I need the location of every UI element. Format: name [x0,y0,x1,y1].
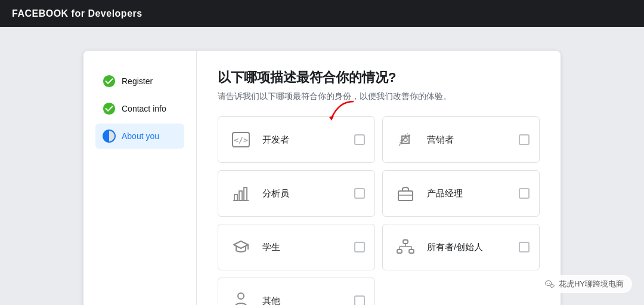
sidebar: Register Contact info About you [83,51,197,305]
product-manager-icon [392,180,419,207]
checkbox-analyst[interactable] [354,188,365,199]
form-title: 以下哪项描述最符合你的情况? [218,69,540,87]
svg-point-25 [552,285,552,286]
svg-rect-16 [409,249,414,253]
brand-normal: for Developers [69,8,143,19]
main-content: Register Contact info About you 以下哪项描述最符… [0,27,644,305]
sidebar-label-register: Register [122,76,153,86]
option-label-marketer: 营销者 [427,134,510,146]
sidebar-item-contact-info[interactable]: Contact info [95,96,184,121]
option-label-pm: 产品经理 [427,188,510,199]
svg-rect-14 [403,240,408,244]
form-area: 以下哪项描述最符合你的情况? 请告诉我们以下哪项最符合你的身份，以便我们改善你的… [197,51,561,305]
header: FACEBOOK for Developers [0,0,644,27]
check-icon-contact [103,102,116,115]
svg-point-22 [545,281,552,285]
option-product-manager[interactable]: 产品经理 [382,170,540,217]
svg-point-5 [404,138,407,141]
svg-point-26 [553,285,553,286]
svg-point-0 [103,75,115,87]
option-label-owner: 所有者/创始人 [427,242,510,253]
owner-icon [392,234,419,260]
student-icon [228,234,254,260]
option-analyst[interactable]: 分析员 [218,170,375,217]
svg-rect-6 [234,195,237,201]
svg-rect-15 [397,249,402,253]
option-developer[interactable]: </> 开发者 [218,116,375,163]
checkbox-student[interactable] [354,242,365,252]
wechat-icon [544,279,555,289]
svg-point-21 [238,293,244,299]
option-label-developer: 开发者 [262,134,346,146]
half-circle-icon [103,130,116,143]
brand-bold: FACEBOOK [12,8,69,19]
checkbox-pm[interactable] [519,188,530,199]
svg-point-23 [547,283,548,284]
svg-rect-7 [239,191,242,201]
registration-card: Register Contact info About you 以下哪项描述最符… [83,51,561,305]
svg-marker-2 [329,116,334,121]
svg-rect-8 [244,187,247,201]
sidebar-label-about: About you [122,131,159,141]
option-marketer[interactable]: 营销者 [382,116,540,163]
svg-text:</>: </> [234,135,248,144]
sidebar-item-register[interactable]: Register [95,69,184,94]
sidebar-label-contact: Contact info [122,104,166,113]
sidebar-item-about-you[interactable]: About you [95,124,184,149]
svg-point-1 [103,103,115,115]
other-icon [228,288,254,305]
option-owner[interactable]: 所有者/创始人 [382,224,540,270]
svg-rect-10 [398,191,413,201]
watermark: 花虎HY聊跨境电商 [536,275,632,293]
checkbox-other[interactable] [354,295,365,305]
option-other[interactable]: 其他 [218,278,375,305]
checkbox-owner[interactable] [519,242,530,252]
check-icon-register [103,75,116,88]
watermark-text: 花虎HY聊跨境电商 [559,279,624,289]
arrow-annotation [321,100,357,121]
header-title: FACEBOOK for Developers [12,8,143,19]
option-student[interactable]: 学生 [218,224,375,270]
form-subtitle: 请告诉我们以下哪项最符合你的身份，以便我们改善你的体验。 [218,91,540,102]
option-label-analyst: 分析员 [262,188,346,199]
svg-point-24 [549,283,550,284]
developer-icon: </> [228,127,254,153]
options-grid: </> 开发者 营 [218,116,540,305]
checkbox-developer[interactable] [354,134,365,145]
analyst-icon [228,180,254,207]
marketer-icon [392,127,419,153]
checkbox-marketer[interactable] [519,134,530,145]
option-label-student: 学生 [262,242,346,253]
option-label-other: 其他 [262,295,346,306]
